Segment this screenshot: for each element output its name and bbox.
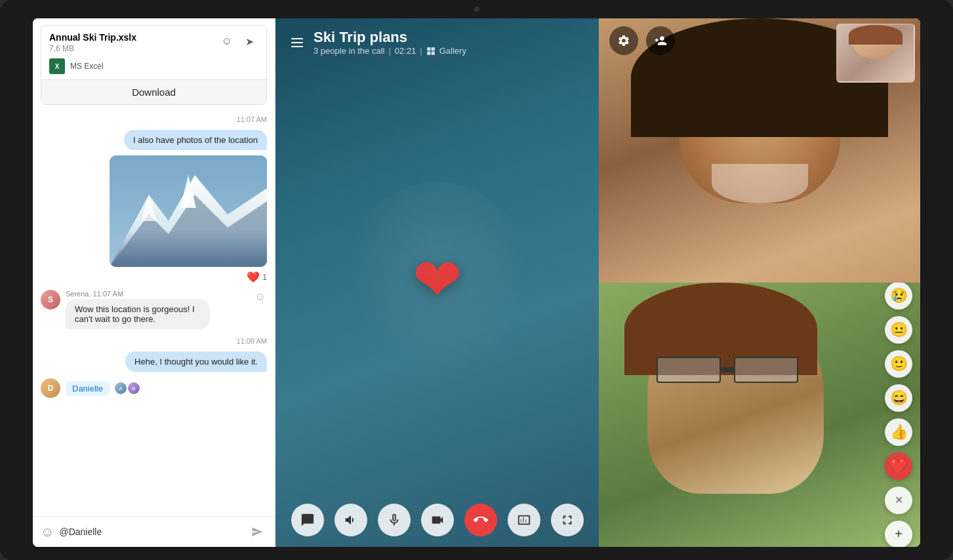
chat-messages: 11:07 AM I also have photos of the locat… <box>33 111 275 516</box>
video-cell-top <box>599 18 920 283</box>
message-bubble-right-2: Hehe, I thought you would like it. <box>125 351 267 372</box>
device-frame: Annual Ski Trip.xslx 7,6 MB ☺ ➤ X MS Exc… <box>0 0 953 560</box>
send-button[interactable] <box>247 522 267 542</box>
av-mini-2: B <box>128 382 140 394</box>
call-main-video-area: ❤ <box>275 66 599 493</box>
reaction-row: ❤️ 1 <box>247 271 267 283</box>
app-container: Annual Ski Trip.xslx 7,6 MB ☺ ➤ X MS Exc… <box>33 18 920 547</box>
file-attachment: Annual Ski Trip.xslx 7,6 MB ☺ ➤ X MS Exc… <box>41 25 267 105</box>
emoji-thumbsup[interactable]: 👍 <box>885 418 912 446</box>
download-button[interactable]: Download <box>41 79 266 104</box>
add-person-btn[interactable] <box>646 26 675 55</box>
message-row-serena: S Serena, 11:07 AM Wow this location is … <box>41 290 267 329</box>
call-title: Ski Trip plans <box>314 29 466 46</box>
message-bubble-right: I also have photos of the location <box>124 130 267 150</box>
hamburger-menu[interactable] <box>289 35 306 50</box>
emoji-neutral[interactable]: 😐 <box>885 316 912 344</box>
avatar-user: D <box>41 378 60 398</box>
chat-input-area: ☺ <box>33 516 275 547</box>
add-emoji-btn[interactable]: ☺ <box>254 290 267 304</box>
video-grid: 😢 😐 🙂 😄 👍 ❤️ ✕ + <box>599 18 920 547</box>
svg-rect-7 <box>427 51 430 54</box>
file-type-label: MS Excel <box>70 62 104 71</box>
mountain-image <box>110 155 267 267</box>
call-header: Ski Trip plans 3 people in the call | 02… <box>275 18 599 66</box>
gallery-icon <box>426 47 436 56</box>
share-screen-btn[interactable] <box>508 504 540 536</box>
svg-rect-8 <box>431 51 434 54</box>
excel-icon: X <box>49 58 65 74</box>
video-cell-bottom: 😢 😐 🙂 😄 👍 ❤️ ✕ + <box>599 283 920 547</box>
call-meta: 3 people in the call | 02:21 | Gallery <box>314 46 466 56</box>
speaker-control-btn[interactable] <box>335 504 367 536</box>
emoji-grin[interactable]: 😄 <box>885 384 912 412</box>
end-call-btn[interactable] <box>464 504 497 536</box>
file-name: Annual Ski Trip.xslx <box>49 32 136 43</box>
emoji-panel-add[interactable]: + <box>885 521 912 548</box>
call-duration: 02:21 <box>395 46 416 56</box>
reaction-count: 1 <box>262 273 267 282</box>
emoji-heart[interactable]: ❤️ <box>885 452 912 480</box>
timestamp-1107: 11:07 AM <box>41 115 267 123</box>
video-top-controls <box>609 26 675 55</box>
mention-tag[interactable]: Danielle <box>66 381 110 396</box>
call-panel: Ski Trip plans 3 people in the call | 02… <box>275 18 599 547</box>
timestamp-1108: 11:08 AM <box>41 337 267 345</box>
view-mode: Gallery <box>439 46 466 56</box>
message-input[interactable] <box>59 527 242 537</box>
hamburger-line-3 <box>291 46 303 47</box>
emoji-reactions-panel: 😢 😐 🙂 😄 👍 ❤️ ✕ + <box>885 283 912 547</box>
message-bubble-serena: Wow this location is gorgeous! I can't w… <box>66 299 210 329</box>
avatar-group: A B <box>115 382 140 394</box>
people-count: 3 people in the call <box>314 46 384 56</box>
fullscreen-btn[interactable] <box>551 504 584 536</box>
emoji-sad[interactable]: 😢 <box>885 283 912 310</box>
hamburger-line-1 <box>291 38 303 39</box>
av-mini-1: A <box>115 382 127 394</box>
sender-name-serena: Serena, 11:07 AM <box>66 290 210 298</box>
file-size: 7,6 MB <box>49 44 136 53</box>
video-control-btn[interactable] <box>421 504 454 536</box>
video-pip <box>836 24 915 83</box>
svg-rect-6 <box>431 47 434 50</box>
svg-rect-5 <box>427 47 430 50</box>
mic-control-btn[interactable] <box>378 504 411 536</box>
emoji-smile[interactable]: 🙂 <box>885 350 912 378</box>
mention-row: D Danielle A B <box>41 378 267 398</box>
device-top-bar <box>0 0 953 18</box>
chat-control-btn[interactable] <box>291 504 324 536</box>
emoji-picker-btn[interactable]: ☺ <box>41 525 54 540</box>
emoji-panel-close[interactable]: ✕ <box>885 487 912 514</box>
chat-panel: Annual Ski Trip.xslx 7,6 MB ☺ ➤ X MS Exc… <box>33 18 275 547</box>
camera-dot <box>474 7 479 12</box>
heart-reaction: ❤️ <box>247 271 260 283</box>
forward-icon[interactable]: ➤ <box>240 32 258 50</box>
settings-btn[interactable] <box>609 26 638 55</box>
call-controls <box>275 493 599 547</box>
hamburger-line-2 <box>291 42 303 43</box>
avatar-serena: S <box>41 290 60 310</box>
emoji-reaction-icon[interactable]: ☺ <box>218 32 236 50</box>
